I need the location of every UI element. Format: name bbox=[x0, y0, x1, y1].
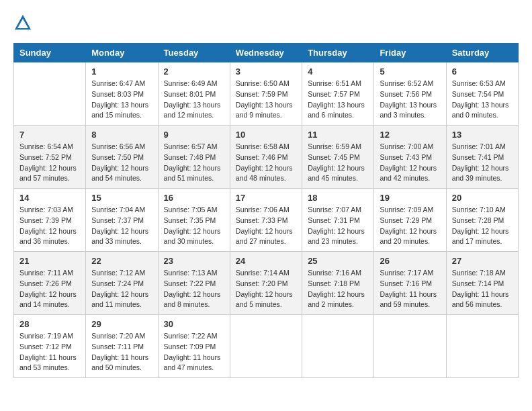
day-info: Sunrise: 7:00 AMSunset: 7:43 PMDaylight:… bbox=[380, 142, 440, 184]
logo bbox=[13, 13, 35, 32]
calendar-cell: 2Sunrise: 6:49 AMSunset: 8:01 PMDaylight… bbox=[158, 62, 230, 126]
day-number: 24 bbox=[236, 256, 296, 266]
day-info: Sunrise: 7:01 AMSunset: 7:41 PMDaylight:… bbox=[452, 142, 513, 184]
day-info: Sunrise: 6:57 AMSunset: 7:48 PMDaylight:… bbox=[164, 142, 224, 184]
calendar-cell: 26Sunrise: 7:17 AMSunset: 7:16 PMDayligh… bbox=[374, 252, 446, 315]
day-number: 25 bbox=[308, 256, 368, 266]
calendar-cell: 10Sunrise: 6:58 AMSunset: 7:46 PMDayligh… bbox=[230, 126, 302, 189]
calendar-cell: 27Sunrise: 7:18 AMSunset: 7:14 PMDayligh… bbox=[446, 252, 518, 315]
day-info: Sunrise: 7:09 AMSunset: 7:29 PMDaylight:… bbox=[380, 205, 440, 247]
day-info: Sunrise: 6:52 AMSunset: 7:56 PMDaylight:… bbox=[380, 79, 440, 121]
calendar-cell: 11Sunrise: 6:59 AMSunset: 7:45 PMDayligh… bbox=[302, 126, 374, 189]
calendar-cell bbox=[230, 315, 302, 378]
calendar-cell: 15Sunrise: 7:04 AMSunset: 7:37 PMDayligh… bbox=[86, 189, 158, 252]
calendar-cell: 24Sunrise: 7:14 AMSunset: 7:20 PMDayligh… bbox=[230, 252, 302, 315]
day-header-wednesday: Wednesday bbox=[230, 44, 302, 62]
day-number: 27 bbox=[452, 256, 513, 266]
day-info: Sunrise: 6:51 AMSunset: 7:57 PMDaylight:… bbox=[308, 79, 368, 121]
day-info: Sunrise: 6:49 AMSunset: 8:01 PMDaylight:… bbox=[164, 79, 224, 121]
day-number: 8 bbox=[91, 130, 152, 140]
day-number: 2 bbox=[164, 66, 224, 77]
day-header-sunday: Sunday bbox=[14, 44, 86, 62]
day-number: 10 bbox=[236, 130, 296, 140]
day-number: 9 bbox=[164, 130, 224, 140]
calendar-cell bbox=[14, 62, 86, 126]
calendar-cell: 1Sunrise: 6:47 AMSunset: 8:03 PMDaylight… bbox=[86, 62, 158, 126]
day-number: 1 bbox=[91, 66, 152, 77]
day-info: Sunrise: 6:53 AMSunset: 7:54 PMDaylight:… bbox=[452, 79, 513, 121]
day-info: Sunrise: 7:05 AMSunset: 7:35 PMDaylight:… bbox=[164, 205, 224, 247]
day-number: 4 bbox=[308, 66, 368, 77]
calendar-cell bbox=[374, 315, 446, 378]
day-number: 12 bbox=[380, 130, 440, 140]
day-number: 17 bbox=[236, 193, 296, 203]
day-number: 30 bbox=[164, 319, 224, 329]
calendar-cell: 3Sunrise: 6:50 AMSunset: 7:59 PMDaylight… bbox=[230, 62, 302, 126]
day-info: Sunrise: 7:07 AMSunset: 7:31 PMDaylight:… bbox=[308, 205, 368, 247]
calendar-cell: 28Sunrise: 7:19 AMSunset: 7:12 PMDayligh… bbox=[14, 315, 86, 378]
calendar-cell: 7Sunrise: 6:54 AMSunset: 7:52 PMDaylight… bbox=[14, 126, 86, 189]
day-number: 16 bbox=[164, 193, 224, 203]
calendar-cell bbox=[302, 315, 374, 378]
day-number: 13 bbox=[452, 130, 513, 140]
day-info: Sunrise: 6:54 AMSunset: 7:52 PMDaylight:… bbox=[19, 142, 80, 184]
day-info: Sunrise: 6:59 AMSunset: 7:45 PMDaylight:… bbox=[308, 142, 368, 184]
day-info: Sunrise: 7:13 AMSunset: 7:22 PMDaylight:… bbox=[164, 268, 224, 310]
calendar-cell: 17Sunrise: 7:06 AMSunset: 7:33 PMDayligh… bbox=[230, 189, 302, 252]
day-number: 7 bbox=[19, 130, 80, 140]
calendar-cell: 30Sunrise: 7:22 AMSunset: 7:09 PMDayligh… bbox=[158, 315, 230, 378]
calendar-cell: 13Sunrise: 7:01 AMSunset: 7:41 PMDayligh… bbox=[446, 126, 518, 189]
day-header-thursday: Thursday bbox=[302, 44, 374, 62]
calendar-cell: 5Sunrise: 6:52 AMSunset: 7:56 PMDaylight… bbox=[374, 62, 446, 126]
day-info: Sunrise: 7:20 AMSunset: 7:11 PMDaylight:… bbox=[91, 331, 152, 373]
calendar-week-row: 7Sunrise: 6:54 AMSunset: 7:52 PMDaylight… bbox=[14, 126, 519, 189]
calendar-cell: 8Sunrise: 6:56 AMSunset: 7:50 PMDaylight… bbox=[86, 126, 158, 189]
day-number: 5 bbox=[380, 66, 440, 77]
day-info: Sunrise: 6:50 AMSunset: 7:59 PMDaylight:… bbox=[236, 79, 296, 121]
day-number: 3 bbox=[236, 66, 296, 77]
day-info: Sunrise: 7:04 AMSunset: 7:37 PMDaylight:… bbox=[91, 205, 152, 247]
day-info: Sunrise: 6:56 AMSunset: 7:50 PMDaylight:… bbox=[91, 142, 152, 184]
calendar-cell: 16Sunrise: 7:05 AMSunset: 7:35 PMDayligh… bbox=[158, 189, 230, 252]
logo-icon bbox=[13, 13, 32, 32]
day-info: Sunrise: 7:03 AMSunset: 7:39 PMDaylight:… bbox=[19, 205, 80, 247]
day-number: 14 bbox=[19, 193, 80, 203]
day-number: 22 bbox=[91, 256, 152, 266]
day-info: Sunrise: 7:18 AMSunset: 7:14 PMDaylight:… bbox=[452, 268, 513, 310]
day-header-tuesday: Tuesday bbox=[158, 44, 230, 62]
calendar-cell: 9Sunrise: 6:57 AMSunset: 7:48 PMDaylight… bbox=[158, 126, 230, 189]
day-info: Sunrise: 7:06 AMSunset: 7:33 PMDaylight:… bbox=[236, 205, 296, 247]
calendar-cell: 22Sunrise: 7:12 AMSunset: 7:24 PMDayligh… bbox=[86, 252, 158, 315]
day-number: 19 bbox=[380, 193, 440, 203]
day-info: Sunrise: 7:11 AMSunset: 7:26 PMDaylight:… bbox=[19, 268, 80, 310]
day-header-saturday: Saturday bbox=[446, 44, 518, 62]
day-info: Sunrise: 6:47 AMSunset: 8:03 PMDaylight:… bbox=[91, 79, 152, 121]
calendar-header-row: SundayMondayTuesdayWednesdayThursdayFrid… bbox=[14, 44, 519, 62]
day-number: 18 bbox=[308, 193, 368, 203]
day-number: 23 bbox=[164, 256, 224, 266]
calendar-week-row: 1Sunrise: 6:47 AMSunset: 8:03 PMDaylight… bbox=[14, 62, 519, 126]
day-info: Sunrise: 7:19 AMSunset: 7:12 PMDaylight:… bbox=[19, 331, 80, 373]
day-number: 26 bbox=[380, 256, 440, 266]
day-info: Sunrise: 6:58 AMSunset: 7:46 PMDaylight:… bbox=[236, 142, 296, 184]
calendar-cell: 23Sunrise: 7:13 AMSunset: 7:22 PMDayligh… bbox=[158, 252, 230, 315]
day-number: 20 bbox=[452, 193, 513, 203]
calendar-week-row: 21Sunrise: 7:11 AMSunset: 7:26 PMDayligh… bbox=[14, 252, 519, 315]
calendar-table: SundayMondayTuesdayWednesdayThursdayFrid… bbox=[13, 43, 519, 378]
day-info: Sunrise: 7:16 AMSunset: 7:18 PMDaylight:… bbox=[308, 268, 368, 310]
day-number: 29 bbox=[91, 319, 152, 329]
day-info: Sunrise: 7:17 AMSunset: 7:16 PMDaylight:… bbox=[380, 268, 440, 310]
day-header-friday: Friday bbox=[374, 44, 446, 62]
calendar-cell: 25Sunrise: 7:16 AMSunset: 7:18 PMDayligh… bbox=[302, 252, 374, 315]
day-number: 28 bbox=[19, 319, 80, 329]
calendar-cell: 4Sunrise: 6:51 AMSunset: 7:57 PMDaylight… bbox=[302, 62, 374, 126]
day-number: 15 bbox=[91, 193, 152, 203]
calendar-cell: 21Sunrise: 7:11 AMSunset: 7:26 PMDayligh… bbox=[14, 252, 86, 315]
calendar-week-row: 14Sunrise: 7:03 AMSunset: 7:39 PMDayligh… bbox=[14, 189, 519, 252]
day-number: 11 bbox=[308, 130, 368, 140]
day-info: Sunrise: 7:12 AMSunset: 7:24 PMDaylight:… bbox=[91, 268, 152, 310]
day-number: 21 bbox=[19, 256, 80, 266]
calendar-cell: 20Sunrise: 7:10 AMSunset: 7:28 PMDayligh… bbox=[446, 189, 518, 252]
day-number: 6 bbox=[452, 66, 513, 77]
day-info: Sunrise: 7:22 AMSunset: 7:09 PMDaylight:… bbox=[164, 331, 224, 373]
